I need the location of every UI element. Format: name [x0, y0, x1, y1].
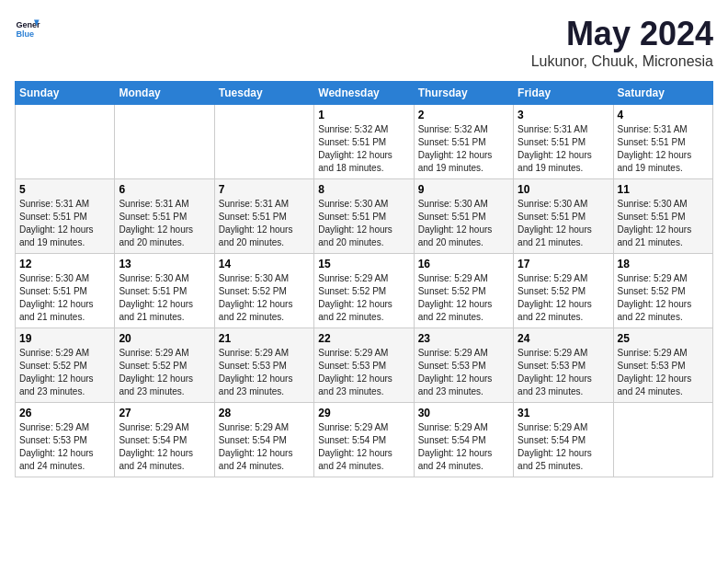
day-cell-3: 3Sunrise: 5:31 AMSunset: 5:51 PMDaylight…	[514, 105, 613, 179]
day-info: Sunrise: 5:29 AMSunset: 5:54 PMDaylight:…	[418, 421, 509, 473]
day-info: Sunrise: 5:29 AMSunset: 5:52 PMDaylight:…	[318, 272, 409, 324]
day-number: 15	[318, 258, 409, 270]
day-number: 28	[219, 407, 310, 419]
day-cell-28: 28Sunrise: 5:29 AMSunset: 5:54 PMDayligh…	[214, 403, 313, 477]
day-info: Sunrise: 5:30 AMSunset: 5:51 PMDaylight:…	[418, 198, 509, 249]
day-number: 17	[518, 258, 609, 270]
day-number: 2	[418, 109, 509, 121]
day-cell-13: 13Sunrise: 5:30 AMSunset: 5:51 PMDayligh…	[115, 254, 214, 328]
day-number: 13	[119, 258, 210, 270]
day-info: Sunrise: 5:29 AMSunset: 5:54 PMDaylight:…	[318, 421, 409, 473]
day-info: Sunrise: 5:31 AMSunset: 5:51 PMDaylight:…	[518, 123, 609, 175]
day-cell-4: 4Sunrise: 5:31 AMSunset: 5:51 PMDaylight…	[613, 105, 712, 179]
empty-cell	[16, 105, 115, 179]
day-cell-11: 11Sunrise: 5:30 AMSunset: 5:51 PMDayligh…	[613, 179, 712, 254]
day-info: Sunrise: 5:29 AMSunset: 5:54 PMDaylight:…	[219, 421, 310, 473]
day-cell-27: 27Sunrise: 5:29 AMSunset: 5:54 PMDayligh…	[115, 403, 214, 477]
day-cell-8: 8Sunrise: 5:30 AMSunset: 5:51 PMDaylight…	[314, 179, 414, 254]
day-number: 29	[318, 407, 409, 419]
day-number: 5	[19, 183, 110, 196]
day-info: Sunrise: 5:30 AMSunset: 5:51 PMDaylight:…	[618, 198, 709, 249]
day-number: 21	[219, 332, 310, 345]
day-info: Sunrise: 5:29 AMSunset: 5:53 PMDaylight:…	[318, 347, 409, 398]
day-info: Sunrise: 5:29 AMSunset: 5:53 PMDaylight:…	[518, 347, 609, 398]
day-info: Sunrise: 5:32 AMSunset: 5:51 PMDaylight:…	[318, 123, 409, 175]
day-cell-1: 1Sunrise: 5:32 AMSunset: 5:51 PMDaylight…	[314, 105, 414, 179]
week-row-2: 5Sunrise: 5:31 AMSunset: 5:51 PMDaylight…	[16, 179, 713, 254]
day-cell-12: 12Sunrise: 5:30 AMSunset: 5:51 PMDayligh…	[16, 254, 115, 328]
empty-cell	[115, 105, 214, 179]
day-cell-26: 26Sunrise: 5:29 AMSunset: 5:53 PMDayligh…	[16, 403, 115, 477]
empty-cell	[214, 105, 313, 179]
main-title: May 2024	[531, 15, 713, 53]
day-number: 6	[119, 183, 210, 196]
day-cell-2: 2Sunrise: 5:32 AMSunset: 5:51 PMDaylight…	[414, 105, 513, 179]
day-info: Sunrise: 5:30 AMSunset: 5:51 PMDaylight:…	[119, 272, 210, 324]
day-number: 23	[418, 332, 509, 345]
day-cell-17: 17Sunrise: 5:29 AMSunset: 5:52 PMDayligh…	[514, 254, 613, 328]
weekday-header-thursday: Thursday	[414, 82, 513, 105]
week-row-1: 1Sunrise: 5:32 AMSunset: 5:51 PMDaylight…	[16, 105, 713, 179]
day-number: 11	[618, 183, 709, 196]
day-info: Sunrise: 5:30 AMSunset: 5:51 PMDaylight:…	[518, 198, 609, 249]
day-info: Sunrise: 5:30 AMSunset: 5:51 PMDaylight:…	[318, 198, 409, 249]
day-info: Sunrise: 5:29 AMSunset: 5:54 PMDaylight:…	[518, 421, 609, 473]
day-cell-10: 10Sunrise: 5:30 AMSunset: 5:51 PMDayligh…	[514, 179, 613, 254]
day-info: Sunrise: 5:29 AMSunset: 5:53 PMDaylight:…	[418, 347, 509, 398]
day-cell-5: 5Sunrise: 5:31 AMSunset: 5:51 PMDaylight…	[16, 179, 115, 254]
day-number: 24	[518, 332, 609, 345]
day-number: 1	[318, 109, 409, 121]
day-number: 12	[19, 258, 110, 270]
day-info: Sunrise: 5:29 AMSunset: 5:52 PMDaylight:…	[418, 272, 509, 324]
day-info: Sunrise: 5:31 AMSunset: 5:51 PMDaylight:…	[618, 123, 709, 175]
day-cell-7: 7Sunrise: 5:31 AMSunset: 5:51 PMDaylight…	[214, 179, 313, 254]
day-info: Sunrise: 5:29 AMSunset: 5:52 PMDaylight:…	[618, 272, 709, 324]
weekday-header-monday: Monday	[115, 82, 214, 105]
day-cell-22: 22Sunrise: 5:29 AMSunset: 5:53 PMDayligh…	[314, 328, 414, 403]
day-cell-19: 19Sunrise: 5:29 AMSunset: 5:52 PMDayligh…	[16, 328, 115, 403]
day-cell-15: 15Sunrise: 5:29 AMSunset: 5:52 PMDayligh…	[314, 254, 414, 328]
day-number: 9	[418, 183, 509, 196]
weekday-header-sunday: Sunday	[16, 82, 115, 105]
day-cell-18: 18Sunrise: 5:29 AMSunset: 5:52 PMDayligh…	[613, 254, 712, 328]
header-area: General Blue May 2024 Lukunor, Chuuk, Mi…	[15, 15, 713, 70]
day-info: Sunrise: 5:29 AMSunset: 5:52 PMDaylight:…	[518, 272, 609, 324]
weekday-header-row: SundayMondayTuesdayWednesdayThursdayFrid…	[16, 82, 713, 105]
title-area: May 2024 Lukunor, Chuuk, Micronesia	[531, 15, 713, 70]
day-info: Sunrise: 5:30 AMSunset: 5:51 PMDaylight:…	[19, 272, 110, 324]
week-row-3: 12Sunrise: 5:30 AMSunset: 5:51 PMDayligh…	[16, 254, 713, 328]
empty-cell	[613, 403, 712, 477]
day-cell-24: 24Sunrise: 5:29 AMSunset: 5:53 PMDayligh…	[514, 328, 613, 403]
day-info: Sunrise: 5:30 AMSunset: 5:52 PMDaylight:…	[219, 272, 310, 324]
day-cell-6: 6Sunrise: 5:31 AMSunset: 5:51 PMDaylight…	[115, 179, 214, 254]
day-number: 14	[219, 258, 310, 270]
day-info: Sunrise: 5:29 AMSunset: 5:52 PMDaylight:…	[19, 347, 110, 398]
day-info: Sunrise: 5:29 AMSunset: 5:53 PMDaylight:…	[618, 347, 709, 398]
day-number: 4	[618, 109, 709, 121]
day-cell-23: 23Sunrise: 5:29 AMSunset: 5:53 PMDayligh…	[414, 328, 513, 403]
day-cell-25: 25Sunrise: 5:29 AMSunset: 5:53 PMDayligh…	[613, 328, 712, 403]
day-number: 25	[618, 332, 709, 345]
day-number: 26	[19, 407, 110, 419]
day-number: 20	[119, 332, 210, 345]
day-number: 7	[219, 183, 310, 196]
day-info: Sunrise: 5:29 AMSunset: 5:53 PMDaylight:…	[219, 347, 310, 398]
svg-text:Blue: Blue	[16, 29, 34, 39]
day-info: Sunrise: 5:31 AMSunset: 5:51 PMDaylight:…	[19, 198, 110, 249]
day-cell-20: 20Sunrise: 5:29 AMSunset: 5:52 PMDayligh…	[115, 328, 214, 403]
day-cell-29: 29Sunrise: 5:29 AMSunset: 5:54 PMDayligh…	[314, 403, 414, 477]
day-number: 8	[318, 183, 409, 196]
day-number: 31	[518, 407, 609, 419]
day-number: 16	[418, 258, 509, 270]
day-number: 22	[318, 332, 409, 345]
logo-icon: General Blue	[15, 15, 40, 40]
day-cell-16: 16Sunrise: 5:29 AMSunset: 5:52 PMDayligh…	[414, 254, 513, 328]
subtitle: Lukunor, Chuuk, Micronesia	[531, 53, 713, 70]
day-cell-30: 30Sunrise: 5:29 AMSunset: 5:54 PMDayligh…	[414, 403, 513, 477]
weekday-header-wednesday: Wednesday	[314, 82, 414, 105]
day-info: Sunrise: 5:29 AMSunset: 5:54 PMDaylight:…	[119, 421, 210, 473]
day-info: Sunrise: 5:31 AMSunset: 5:51 PMDaylight:…	[119, 198, 210, 249]
week-row-4: 19Sunrise: 5:29 AMSunset: 5:52 PMDayligh…	[16, 328, 713, 403]
weekday-header-saturday: Saturday	[613, 82, 712, 105]
day-cell-9: 9Sunrise: 5:30 AMSunset: 5:51 PMDaylight…	[414, 179, 513, 254]
